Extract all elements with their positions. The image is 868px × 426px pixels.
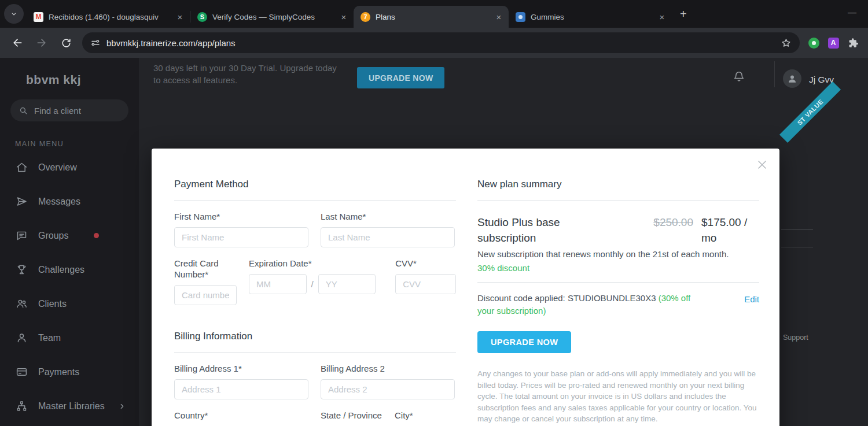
app-logo: bbvm kkj [0,58,139,87]
state-field: State / Province [321,410,382,426]
minimize-icon[interactable]: — [848,7,856,17]
cvv-label: CVV* [395,258,456,269]
discount-code-text: Discount code applied: STUDIOBUNDLE30X3 [477,293,659,303]
city-label: City* [395,410,455,426]
last-name-field: Last Name* [321,211,455,247]
groups-notification-badge [94,233,99,238]
sidebar-item-groups[interactable]: Groups [0,218,139,253]
browser-tab-strip: M Recibidos (1.460) - douglasquiv × S Ve… [0,0,868,28]
billing-address2-input[interactable] [321,379,455,399]
gummies-icon [516,12,525,22]
card-number-label: Credit Card Number* [174,258,237,280]
address-bar[interactable]: bbvmkkj.trainerize.com/app/plans [82,32,800,53]
plan-name: Studio Plus base subscription [477,214,596,246]
user-avatar[interactable] [783,69,801,88]
gmail-icon: M [34,12,43,22]
tab-title: Verify Codes — SimplyCodes [212,13,333,21]
sidebar-item-challenges[interactable]: Challenges [0,253,139,287]
expiration-year-input[interactable] [318,274,376,294]
sidebar-item-payments[interactable]: Payments [0,355,139,389]
search-input[interactable] [34,106,115,116]
sidebar-item-label: Payments [38,367,79,377]
sidebar-item-master-libraries[interactable]: Master Libraries [0,389,139,423]
plan-description: New subscription that renews monthly on … [477,248,739,261]
tab-gmail[interactable]: M Recibidos (1.460) - douglasquiv × [27,6,190,28]
trainerize-icon: 7 [361,12,370,22]
simplycodes-icon: S [197,12,207,22]
first-name-input[interactable] [174,227,308,247]
main-menu-label: MAIN MENU [15,140,139,148]
country-field: Country* [174,410,308,426]
tab-simplycodes[interactable]: S Verify Codes — SimplyCodes × [190,6,354,28]
tab-close-icon[interactable]: × [175,12,185,22]
tab-close-icon[interactable]: × [339,12,349,22]
background-divider [781,247,813,247]
modal-close-button[interactable] [755,158,769,172]
new-tab-button[interactable]: + [680,8,687,21]
tab-close-icon[interactable]: × [494,12,504,22]
sidebar-item-label: Overview [38,162,77,173]
billing-address1-input[interactable] [174,379,308,399]
browser-toolbar: bbvmkkj.trainerize.com/app/plans A [0,28,868,58]
old-price: $250.00 [653,214,693,230]
new-price: $175.00 / mo [701,214,759,246]
avatar-person-icon [787,73,797,84]
country-label: Country* [174,410,308,426]
discount-code-applied: Discount code applied: STUDIOBUNDLE30X3 … [477,292,697,317]
extension-a-icon[interactable]: A [827,36,840,49]
discount-text: 30% discount [477,263,759,273]
sidebar-item-label: Team [38,333,61,343]
trial-banner-text: 30 days left in your 30 Day Trial. Upgra… [153,62,344,86]
billing-address1-label: Billing Address 1* [174,363,308,374]
tab-plans-active[interactable]: 7 Plans × [354,6,509,28]
client-search[interactable] [10,99,128,121]
upgrade-plan-modal: Payment Method First Name* Last Name* Cr… [152,149,779,426]
reload-button[interactable] [54,31,78,54]
extension-green-icon[interactable] [807,36,820,49]
upgrade-now-button[interactable]: UPGRADE NOW [477,331,571,353]
background-divider [781,229,813,230]
forward-arrow-icon [36,37,47,49]
notifications-bell-icon[interactable] [733,70,745,85]
billing-information-title: Billing Information [174,331,456,353]
person-icon [16,332,28,344]
sidebar-item-overview[interactable]: Overview [0,150,139,184]
last-name-input[interactable] [321,227,455,247]
card-number-field: Credit Card Number* [174,258,237,305]
summary-title: New plan summary [477,179,759,201]
expiration-separator: / [311,279,314,289]
expiration-month-input[interactable] [249,274,306,294]
trophy-icon [16,264,28,276]
tab-search-button[interactable] [4,4,24,24]
chevron-right-icon [118,402,126,410]
summary-divider [477,282,759,283]
best-value-ribbon: ST VALUE [779,82,841,143]
cvv-input[interactable] [395,274,456,294]
url-text[interactable]: bbvmkkj.trainerize.com/app/plans [106,38,775,48]
sidebar-item-team[interactable]: Team [0,321,139,355]
site-settings-icon[interactable] [90,38,101,48]
terms-fine-print: Any changes to your base plan or add-ons… [477,368,759,425]
support-link[interactable]: Support [783,334,808,342]
tab-close-icon[interactable]: × [657,12,667,22]
hierarchy-icon [16,400,28,412]
edit-discount-link[interactable]: Edit [744,294,759,317]
card-number-input[interactable] [174,285,237,305]
sidebar-item-messages[interactable]: Messages [0,184,139,218]
sidebar-item-clients[interactable]: Clients [0,287,139,321]
back-arrow-icon [12,37,23,49]
banner-upgrade-button[interactable]: UPGRADE NOW [357,67,444,88]
bookmark-star-icon[interactable] [781,38,792,49]
last-name-label: Last Name* [321,211,455,222]
billing-address2-label: Billing Address 2 [321,363,455,374]
back-button[interactable] [6,31,29,54]
tab-title: Gummies [531,13,652,21]
app-area: bbvm kkj MAIN MENU Overview Messages Gro… [0,58,868,426]
forward-button[interactable] [30,31,53,54]
extensions-puzzle-icon[interactable] [847,36,859,49]
sidebar-item-label: Groups [38,231,68,241]
chat-bubble-icon [16,229,28,242]
tab-gummies[interactable]: Gummies × [509,6,672,28]
tab-title: Plans [376,13,488,21]
home-icon [16,161,28,173]
